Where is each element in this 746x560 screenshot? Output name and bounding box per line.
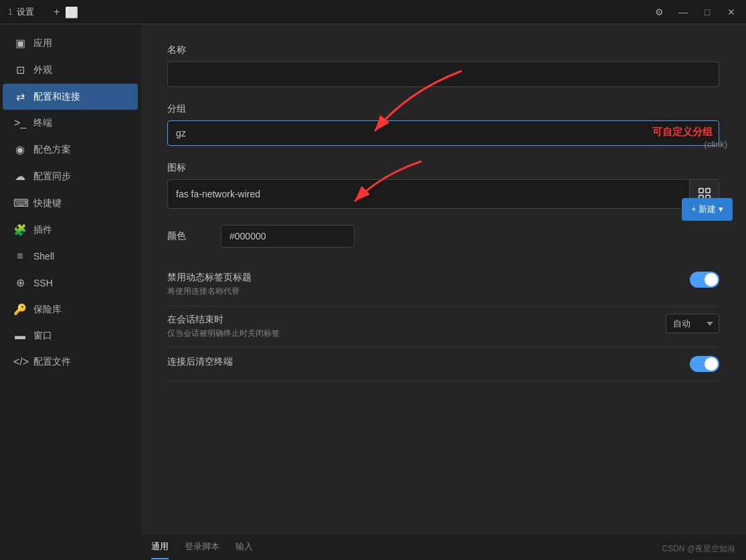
group-input[interactable] xyxy=(167,120,719,146)
sidebar-label-vault: 保险库 xyxy=(33,304,62,316)
tab-input[interactable]: 输入 xyxy=(236,535,253,559)
window-icon: ▬ xyxy=(13,330,27,342)
ssh-icon: ⊕ xyxy=(13,276,27,289)
configfile-icon: </> xyxy=(13,356,27,368)
profiles-icon: ⇄ xyxy=(13,90,27,103)
clear-terminal-title: 连接后清空终端 xyxy=(167,356,679,368)
name-label: 名称 xyxy=(167,44,719,56)
shell-icon: ≡ xyxy=(13,250,27,262)
sidebar-label-window: 窗口 xyxy=(33,330,52,342)
color-row: 颜色 xyxy=(167,225,719,248)
session-end-text: 在会话结束时 仅当会话被明确终止时关闭标签 xyxy=(167,314,666,339)
new-profile-button[interactable]: + 新建 ▾ xyxy=(682,198,733,221)
sidebar-item-apps[interactable]: ▣ 应用 xyxy=(3,30,138,56)
plugins-icon: 🧩 xyxy=(13,223,27,236)
sidebar-item-profiles[interactable]: ⇄ 配置和连接 xyxy=(3,84,138,110)
icon-label: 图标 xyxy=(167,162,719,174)
session-end-sub: 仅当会话被明确终止时关闭标签 xyxy=(167,328,666,339)
group-label: 分组 xyxy=(167,103,719,115)
bottom-tabs: 通用 登录脚本 输入 xyxy=(141,533,746,560)
colorscheme-icon: ◉ xyxy=(13,143,27,156)
disable-dynamic-tab-toggle[interactable] xyxy=(690,272,719,288)
sidebar-item-shell[interactable]: ≡ Shell xyxy=(3,244,138,269)
svg-rect-0 xyxy=(698,189,703,193)
session-end-dropdown[interactable]: 自动 xyxy=(666,314,719,333)
clear-terminal-text: 连接后清空终端 xyxy=(167,356,679,370)
sidebar-label-sync: 配置同步 xyxy=(33,171,71,183)
sidebar-item-shortcuts[interactable]: ⌨ 快捷键 xyxy=(3,190,138,216)
sidebar-label-ssh: SSH xyxy=(33,278,53,288)
clear-terminal-row: 连接后清空终端 xyxy=(167,348,719,381)
maximize-button[interactable]: □ xyxy=(701,5,714,19)
sidebar-label-configfile: 配置文件 xyxy=(33,356,71,368)
icon-input-wrapper xyxy=(167,179,719,209)
sidebar-label-shell: Shell xyxy=(33,251,54,262)
sidebar-item-appearance[interactable]: ⊡ 外观 xyxy=(3,57,138,83)
name-input[interactable] xyxy=(167,62,719,87)
sidebar-label-plugins: 插件 xyxy=(33,224,52,236)
sidebar-item-vault[interactable]: 🔑 保险库 xyxy=(3,296,138,322)
main-content: 名称 分组 可自定义分组 图标 xyxy=(141,24,746,560)
sync-icon: ☁ xyxy=(13,170,27,183)
sidebar-label-appearance: 外观 xyxy=(33,64,52,76)
session-end-title: 在会话结束时 xyxy=(167,314,666,326)
sidebar: ▣ 应用 ⊡ 外观 ⇄ 配置和连接 >_ 终端 ◉ 配色方案 ☁ 配置同步 ⌨ … xyxy=(0,24,141,560)
vault-icon: 🔑 xyxy=(13,303,27,316)
tab-switch-button[interactable]: ⬜ xyxy=(65,5,78,18)
titlebar-title: 1 设置 xyxy=(8,6,34,18)
sidebar-label-shortcuts: 快捷键 xyxy=(33,197,62,209)
tab-general[interactable]: 通用 xyxy=(151,535,169,559)
add-tab-button[interactable]: + xyxy=(54,6,60,18)
sidebar-item-configfile[interactable]: </> 配置文件 xyxy=(3,349,138,375)
titlebar: 1 设置 + ⬜ ⚙ — □ ✕ xyxy=(0,0,746,24)
sidebar-item-terminal[interactable]: >_ 终端 xyxy=(3,110,138,136)
titlebar-number: 1 xyxy=(8,7,13,17)
appearance-icon: ⊡ xyxy=(13,64,27,76)
sidebar-item-plugins[interactable]: 🧩 插件 xyxy=(3,217,138,243)
right-hint: (clink) xyxy=(698,134,733,155)
titlebar-actions: ⚙ — □ ✕ xyxy=(652,5,738,19)
titlebar-text: 设置 xyxy=(17,6,34,18)
sidebar-item-sync[interactable]: ☁ 配置同步 xyxy=(3,163,138,189)
svg-rect-1 xyxy=(705,189,709,193)
clear-terminal-toggle[interactable] xyxy=(690,356,719,372)
terminal-icon: >_ xyxy=(13,117,27,129)
form-area: 名称 分组 可自定义分组 图标 xyxy=(141,24,746,533)
sidebar-label-terminal: 终端 xyxy=(33,117,52,129)
color-group: 颜色 xyxy=(167,225,719,248)
disable-dynamic-tab-row: 禁用动态标签页标题 将使用连接名称代替 xyxy=(167,264,719,306)
disable-dynamic-tab-text: 禁用动态标签页标题 将使用连接名称代替 xyxy=(167,272,679,297)
csdn-credit: CSDN @夜星空如海 xyxy=(662,543,735,555)
group-group: 分组 可自定义分组 xyxy=(167,103,719,146)
shortcuts-icon: ⌨ xyxy=(13,197,27,209)
close-button[interactable]: ✕ xyxy=(725,5,738,19)
disable-dynamic-tab-title: 禁用动态标签页标题 xyxy=(167,272,679,284)
minimize-button[interactable]: — xyxy=(676,5,690,19)
sidebar-label-colorscheme: 配色方案 xyxy=(33,144,71,156)
color-input[interactable] xyxy=(221,225,355,248)
new-btn-label: + 新建 ▾ xyxy=(691,203,723,215)
disable-dynamic-tab-sub: 将使用连接名称代替 xyxy=(167,286,679,297)
titlebar-tabs: + ⬜ xyxy=(54,5,78,18)
apps-icon: ▣ xyxy=(13,37,27,50)
session-end-row: 在会话结束时 仅当会话被明确终止时关闭标签 自动 xyxy=(167,306,719,348)
color-label: 颜色 xyxy=(167,230,207,242)
icon-group: 图标 xyxy=(167,162,719,209)
sidebar-label-apps: 应用 xyxy=(33,37,52,50)
icon-input[interactable] xyxy=(168,182,689,206)
sidebar-item-ssh[interactable]: ⊕ SSH xyxy=(3,270,138,296)
settings-button[interactable]: ⚙ xyxy=(652,5,666,19)
main-layout: ▣ 应用 ⊡ 外观 ⇄ 配置和连接 >_ 终端 ◉ 配色方案 ☁ 配置同步 ⌨ … xyxy=(0,24,746,560)
name-group: 名称 xyxy=(167,44,719,87)
tab-login-script[interactable]: 登录脚本 xyxy=(185,535,219,559)
sidebar-item-colorscheme[interactable]: ◉ 配色方案 xyxy=(3,136,138,163)
sidebar-item-window[interactable]: ▬ 窗口 xyxy=(3,323,138,349)
sidebar-label-profiles: 配置和连接 xyxy=(33,91,80,103)
